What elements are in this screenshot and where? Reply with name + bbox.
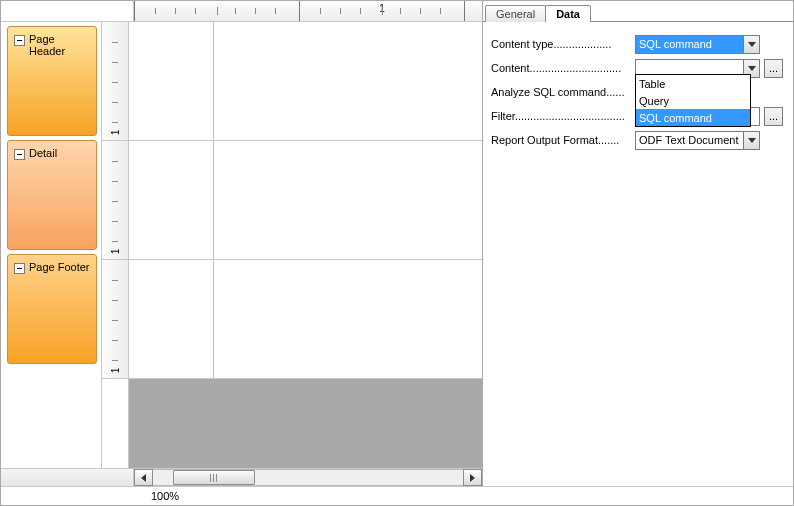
design-area: 1 2 Page Header Detail (1, 1, 483, 486)
collapse-icon[interactable] (14, 149, 25, 160)
properties-panel: General Data Content type...............… (483, 1, 793, 486)
dropdown-option-query[interactable]: Query (636, 92, 750, 109)
design-canvas-scroll: Page Header Detail Page Footer 1 (1, 22, 482, 468)
scrollbar-thumb[interactable] (173, 470, 255, 485)
zoom-level[interactable]: 100% (151, 490, 179, 502)
prop-label: Content type................... (491, 38, 631, 50)
vertical-ruler[interactable]: 1 (102, 22, 128, 141)
prop-label: Report Output Format....... (491, 134, 631, 146)
prop-row-content-type: Content type................... SQL comm… (491, 32, 783, 56)
content-type-dropdown-list: Table Query SQL command (635, 74, 751, 127)
prop-label: Filter..................................… (491, 110, 631, 122)
collapse-icon[interactable] (14, 263, 25, 274)
tab-data[interactable]: Data (545, 5, 591, 22)
ellipsis-button[interactable]: ... (764, 59, 783, 78)
report-designer-window: 1 2 Page Header Detail (0, 0, 794, 506)
canvas-section-page-footer[interactable] (129, 260, 482, 379)
horizontal-ruler[interactable]: 1 2 (134, 1, 482, 21)
ellipsis-button[interactable]: ... (764, 107, 783, 126)
scroll-right-button[interactable] (463, 469, 482, 486)
tab-general[interactable]: General (485, 5, 546, 22)
ruler-row: 1 2 (1, 1, 482, 22)
main-row: 1 2 Page Header Detail (1, 1, 793, 486)
properties-tabs: General Data (483, 1, 793, 22)
chevron-right-icon (470, 474, 475, 482)
vruler-gray (102, 379, 128, 468)
dropdown-option-table[interactable]: Table (636, 75, 750, 92)
output-format-combo[interactable]: ODF Text Document (635, 131, 760, 150)
canvas-section-detail[interactable] (129, 141, 482, 260)
section-label-text: Page Header (29, 33, 65, 57)
vertical-ruler-column: 1 1 1 (101, 22, 129, 468)
vruler-mark: 1 (110, 249, 121, 255)
dropdown-button[interactable] (743, 35, 760, 54)
section-label-page-header[interactable]: Page Header (7, 26, 97, 136)
scrollbar-track[interactable] (153, 469, 463, 486)
canvas-empty-area (129, 379, 482, 468)
chevron-down-icon (748, 138, 756, 143)
vertical-ruler[interactable]: 1 (102, 260, 128, 379)
vruler-mark: 1 (110, 130, 121, 136)
status-bar: 100% (1, 486, 793, 505)
collapse-icon[interactable] (14, 35, 25, 46)
section-label-page-footer[interactable]: Page Footer (7, 254, 97, 364)
chevron-left-icon (141, 474, 146, 482)
chevron-down-icon (748, 42, 756, 47)
prop-row-output-format: Report Output Format....... ODF Text Doc… (491, 128, 783, 152)
prop-label: Content.............................. (491, 62, 631, 74)
content-type-combo[interactable]: SQL command (635, 35, 760, 54)
canvas-section-page-header[interactable] (129, 22, 482, 141)
section-label-detail[interactable]: Detail (7, 140, 97, 250)
dropdown-button[interactable] (743, 131, 760, 150)
ruler-corner (1, 1, 134, 21)
section-label-text: Detail (29, 147, 57, 159)
scroll-left-button[interactable] (134, 469, 153, 486)
dropdown-option-sql-command[interactable]: SQL command (636, 109, 750, 126)
horizontal-scrollbar (1, 468, 482, 486)
chevron-down-icon (748, 66, 756, 71)
section-labels-column: Page Header Detail Page Footer (1, 22, 101, 468)
section-label-text: Page Footer (29, 261, 90, 273)
vertical-ruler[interactable]: 1 (102, 141, 128, 260)
vruler-mark: 1 (110, 368, 121, 374)
prop-label: Analyze SQL command...... (491, 86, 631, 98)
canvas-column (129, 22, 482, 468)
properties-body: Content type................... SQL comm… (483, 22, 793, 486)
